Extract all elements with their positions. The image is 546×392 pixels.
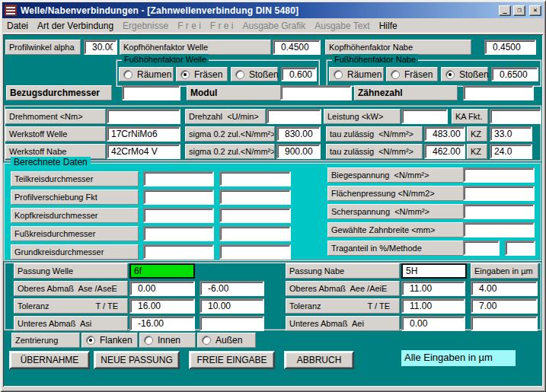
oberes-abmass-welle-input-1[interactable] (129, 281, 195, 296)
kz-welle-label: KZ (467, 126, 487, 142)
menu-datei[interactable]: Datei (2, 19, 33, 33)
unteres-abmass-welle-label: Unteres Abmaß Asi (14, 316, 128, 331)
eingaben-in-um-label: Eingaben in µm (471, 263, 538, 279)
zahnbreite-input[interactable] (463, 222, 535, 237)
radio-dot (180, 70, 190, 79)
scherspannung-label: Scherspannung <N/mm²> (327, 204, 464, 219)
uebernahme-button[interactable]: ÜBERNAHME (9, 351, 90, 369)
profilverschiebung-input-1[interactable] (143, 190, 214, 205)
unteres-abmass-welle-input-2[interactable] (200, 316, 264, 331)
kopfhoehenfaktor-nabe-input[interactable] (484, 40, 536, 55)
drehzahl-input[interactable] (267, 109, 321, 124)
neue-passung-button[interactable]: NEUE PASSUNG (94, 351, 180, 369)
radio-zentrierung-flanken[interactable]: Flanken (81, 333, 138, 348)
radio-welle-raeumen[interactable]: Räumen (119, 67, 174, 81)
biegespannung-input[interactable] (463, 167, 535, 183)
passung-nabe-input[interactable] (401, 263, 467, 279)
toleranz-nabe-input-1[interactable] (401, 298, 465, 314)
toleranz-welle-label-t-te: T / TE (95, 301, 118, 313)
zaehnezahl-label: Zähnezahl (354, 85, 458, 100)
grundkreisdurchmesser-input-2[interactable] (219, 244, 291, 260)
zahnbreite-label: Gewählte Zahnbreite <mm> (327, 222, 464, 237)
fusskreisdurchmesser-input-2[interactable] (219, 226, 291, 241)
oberes-abmass-nabe-input-2[interactable] (471, 281, 538, 296)
toleranz-nabe-input-2[interactable] (471, 298, 538, 314)
close-button[interactable]: ✕ (529, 5, 541, 16)
leistung-input[interactable] (401, 109, 448, 124)
abbruch-button[interactable]: ABBRUCH (284, 351, 354, 369)
unteres-abmass-nabe-input-1[interactable] (401, 316, 465, 331)
modul-input[interactable] (280, 85, 352, 100)
tau-welle-input[interactable] (424, 126, 465, 142)
app-icon[interactable] (5, 5, 17, 16)
berechnete-daten-title: Berechnete Daten (11, 157, 91, 168)
sigma-nabe-input[interactable] (276, 144, 321, 159)
radio-zentrierung-innen[interactable]: Innen (139, 333, 196, 348)
footer-note: Alle Eingaben in µm (401, 350, 516, 366)
menu-art-der-verbindung[interactable]: Art der Verbindung (33, 19, 118, 33)
drehmoment-input[interactable] (107, 109, 180, 124)
fusshoehenfaktor-welle-group: Fußhöhenfaktor Welle Räumen Fräsen Stoße… (116, 59, 320, 87)
kopfkreisdurchmesser-input-1[interactable] (143, 208, 214, 223)
menu-hilfe[interactable]: Hilfe (375, 19, 402, 33)
kopfkreisdurchmesser-input-2[interactable] (219, 208, 291, 223)
oberes-abmass-welle-label: Oberes Abmaß Ase /AseE (14, 281, 128, 296)
radio-dot (123, 70, 133, 79)
kz-welle-input[interactable] (490, 126, 532, 142)
traganteil-input-1[interactable] (463, 241, 500, 256)
ka-fkt-input[interactable] (490, 109, 541, 124)
grundkreisdurchmesser-input-1[interactable] (143, 244, 214, 260)
radio-label: Stoßen (459, 69, 489, 80)
sigma-welle-input[interactable] (276, 126, 321, 142)
werkstoff-welle-input[interactable] (107, 126, 180, 142)
oberes-abmass-welle-input-2[interactable] (200, 281, 264, 296)
freie-eingabe-button[interactable]: FREIE EINGABE (189, 351, 275, 369)
radio-nabe-stossen[interactable]: Stoßen (441, 67, 488, 81)
werkstoff-nabe-input[interactable] (107, 144, 180, 159)
titlebar: Welle/Nabenverbindungen - [Zahnwellenver… (2, 2, 544, 18)
kopfhoehenfaktor-welle-input[interactable] (273, 40, 321, 55)
profilwinkel-input[interactable] (84, 40, 117, 55)
flaechenpressung-label: Flächenpressung <N/mm2> (327, 186, 464, 201)
unteres-abmass-welle-input-1[interactable] (129, 316, 195, 331)
maximize-button[interactable]: ❐ (513, 5, 525, 16)
zaehnezahl-input[interactable] (463, 85, 534, 100)
profilverschiebung-input-2[interactable] (219, 190, 291, 205)
minimize-button[interactable]: _ (499, 5, 511, 16)
fusshoehenfaktor-welle-input[interactable] (281, 67, 317, 81)
passung-welle-input[interactable] (129, 263, 195, 279)
traganteil-input-2[interactable] (505, 241, 535, 256)
bezugsdurchmesser-input[interactable] (122, 85, 180, 100)
drehzahl-label: Drehzahl <U/min> (185, 109, 266, 124)
fusshoehenfaktor-nabe-input[interactable] (491, 67, 538, 81)
berechnete-daten-group: Berechnete Daten Teilkreisdurchmesser Pr… (3, 162, 541, 261)
toleranz-welle-input-1[interactable] (129, 298, 195, 314)
radio-nabe-fraesen[interactable]: Fräsen (386, 67, 438, 81)
kopfhoehenfaktor-welle-label: Kopfhöhenfaktor Welle (120, 40, 271, 55)
radio-dot (235, 70, 244, 79)
radio-welle-fraesen[interactable]: Fräsen (176, 67, 228, 81)
radio-welle-stossen[interactable]: Stoßen (231, 67, 278, 81)
kz-nabe-input[interactable] (490, 144, 532, 159)
oberes-abmass-nabe-input-1[interactable] (401, 281, 465, 296)
fusshoehenfaktor-welle-title: Fußhöhenfaktor Welle (122, 54, 209, 65)
radio-nabe-raeumen[interactable]: Räumen (329, 67, 384, 81)
radio-zentrierung-aussen[interactable]: Außen (197, 333, 256, 348)
scherspannung-input[interactable] (463, 204, 535, 219)
oberes-abmass-nabe-label: Oberes Abmaß Aee /AeiE (286, 281, 400, 296)
radio-dot (334, 70, 343, 79)
toleranz-welle-input-2[interactable] (200, 298, 264, 314)
unteres-abmass-nabe-input-2[interactable] (471, 316, 538, 331)
tau-nabe-input[interactable] (424, 144, 465, 159)
teilkreisdurchmesser-input-2[interactable] (219, 171, 291, 186)
zentrierung-label: Zentrierung (11, 333, 80, 348)
radio-dot (144, 336, 153, 345)
werkstoff-welle-label: Werkstoff Welle (5, 126, 106, 142)
radio-label: Stoßen (249, 69, 279, 80)
menu-frei-2: F r e i (206, 19, 238, 33)
teilkreisdurchmesser-input-1[interactable] (143, 171, 214, 186)
fusskreisdurchmesser-input-1[interactable] (143, 226, 214, 241)
menubar: Datei Art der Verbindung Ergebnisse F r … (2, 19, 544, 33)
flaechenpressung-input[interactable] (463, 186, 535, 201)
application-window: Welle/Nabenverbindungen - [Zahnwellenver… (0, 0, 546, 392)
